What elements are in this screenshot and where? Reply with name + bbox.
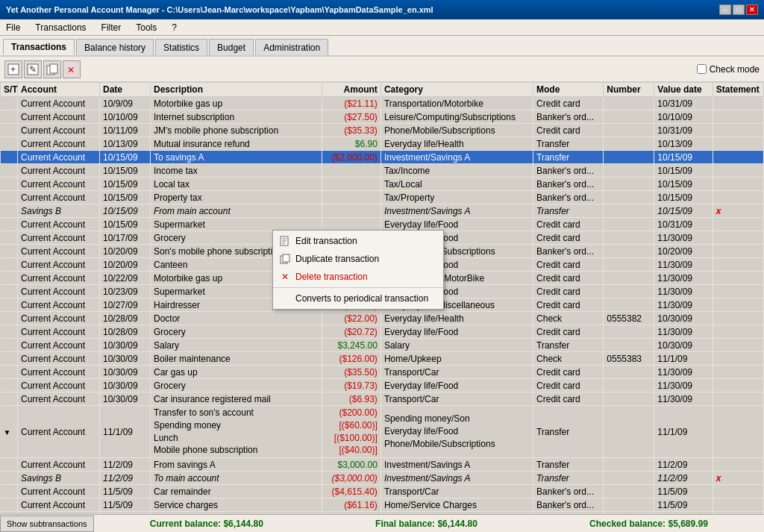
table-row[interactable]: Current Account 10/30/09 Salary $3,245.0… — [1, 339, 764, 352]
cell-statement — [713, 339, 763, 352]
status-balance-area: Current balance: $6,144.80 Final balance… — [94, 519, 764, 529]
table-row[interactable]: Current Account 10/30/09 Boiler maintena… — [1, 352, 764, 366]
new-transaction-button[interactable]: + — [4, 60, 22, 78]
table-row[interactable]: Current Account 10/30/09 Car gas up ($35… — [1, 366, 764, 379]
cell-valdate: 10/20/09 — [654, 245, 713, 258]
table-row[interactable]: Current Account 10/13/09 Mutual insuranc… — [1, 137, 764, 151]
table-row[interactable]: Current Account 11/5/09 Car remainder ($… — [1, 485, 764, 498]
table-row[interactable]: Current Account 10/9/09 Motorbike gas up… — [1, 97, 764, 110]
cell-st — [1, 218, 18, 231]
checked-balance-value: Checked balance: $5,689.99 — [589, 519, 708, 529]
cell-statement — [713, 110, 763, 124]
table-row[interactable]: Current Account 10/15/09 Income tax Tax/… — [1, 164, 764, 178]
menu-tools[interactable]: Tools — [133, 21, 160, 34]
duplicate-icon — [279, 253, 291, 265]
cell-valdate: 10/15/09 — [654, 151, 713, 164]
cell-account: Current Account — [18, 151, 100, 164]
table-row[interactable]: Current Account 11/2/09 From savings A $… — [1, 458, 764, 472]
cell-st — [1, 458, 18, 472]
cell-mode: Transfer — [533, 339, 604, 352]
maximize-button[interactable]: □ — [733, 4, 745, 15]
cell-statement — [713, 137, 763, 151]
table-row[interactable]: Current Account 10/11/09 JM's mobile pho… — [1, 124, 764, 137]
table-row[interactable]: Current Account 10/28/09 Grocery ($20.72… — [1, 325, 764, 339]
table-row[interactable]: Current Account 10/15/09 To savings A ($… — [1, 151, 764, 164]
tab-statistics[interactable]: Statistics — [155, 39, 207, 55]
table-row[interactable]: Current Account 10/15/09 Supermarket Eve… — [1, 218, 764, 231]
cell-account: Current Account — [18, 231, 100, 245]
table-row[interactable]: Current Account 10/15/09 Property tax Ta… — [1, 191, 764, 204]
cell-amount: ($20.72) — [322, 325, 381, 339]
cell-statement — [713, 352, 763, 366]
menu-filter[interactable]: Filter — [98, 21, 125, 34]
cell-mode: Credit card — [533, 392, 604, 406]
cell-account: Current Account — [18, 258, 100, 272]
cell-valdate: 11/1/09 — [654, 406, 713, 458]
cell-account: Current Account — [18, 285, 100, 298]
table-row[interactable]: Savings B 10/15/09 From main account Inv… — [1, 204, 764, 218]
current-balance-value: Current balance: $6,144.80 — [150, 519, 263, 529]
cell-statement — [713, 218, 763, 231]
cell-mode: Credit card — [533, 298, 604, 312]
cell-amount — [322, 204, 381, 218]
cell-amount: ($61.16) — [322, 498, 381, 512]
toolbar: + ✎ ✕ Check mode — [0, 57, 764, 82]
cell-date: 10/17/09 — [99, 231, 150, 245]
check-mode-checkbox[interactable] — [697, 64, 707, 74]
cell-statement — [713, 272, 763, 285]
table-row[interactable]: Current Account 10/30/09 Grocery ($19.73… — [1, 379, 764, 392]
cell-mode: Banker's ord... — [533, 245, 604, 258]
table-row[interactable]: Current Account 10/10/09 Internet subscr… — [1, 110, 764, 124]
context-menu-duplicate[interactable]: Duplicate transaction — [273, 250, 443, 268]
cell-number — [604, 231, 654, 245]
title-bar-text: Yet Another Personal Account Manager - C… — [6, 5, 433, 14]
tab-transactions[interactable]: Transactions — [3, 39, 75, 55]
cell-st — [1, 312, 18, 325]
close-button[interactable]: ✕ — [746, 4, 758, 15]
menu-transactions[interactable]: Transactions — [32, 21, 89, 34]
cell-mode: Banker's ord... — [533, 178, 604, 191]
table-row[interactable]: Current Account 10/28/09 Doctor ($22.00)… — [1, 312, 764, 325]
cell-account: Current Account — [18, 298, 100, 312]
context-menu-edit[interactable]: Edit transaction — [273, 232, 443, 250]
cell-date: 10/10/09 — [99, 110, 150, 124]
cell-valdate: 11/5/09 — [654, 485, 713, 498]
current-balance: Current balance: $6,144.80 — [150, 519, 263, 529]
header-account: Account — [18, 83, 100, 97]
cell-statement — [713, 498, 763, 512]
cell-number — [604, 124, 654, 137]
table-row[interactable]: ▼ Current Account 11/1/09 Transfer to so… — [1, 406, 764, 458]
cell-st — [1, 325, 18, 339]
cell-mode: Credit card — [533, 366, 604, 379]
check-mode-label: Check mode — [710, 64, 760, 75]
cell-desc: Car insurance registered mail — [151, 392, 322, 406]
table-row[interactable]: Current Account 10/15/09 Local tax Tax/L… — [1, 178, 764, 191]
table-row[interactable]: Current Account 10/30/09 Car insurance r… — [1, 392, 764, 406]
cell-mode: Credit card — [533, 285, 604, 298]
header-description: Description — [151, 83, 322, 97]
cell-date: 10/22/09 — [99, 272, 150, 285]
menu-help[interactable]: ? — [169, 21, 180, 34]
edit-transaction-button[interactable]: ✎ — [24, 60, 42, 78]
duplicate-transaction-button[interactable] — [43, 60, 61, 78]
tab-administration[interactable]: Administration — [255, 39, 328, 55]
cell-valdate: 10/15/09 — [654, 204, 713, 218]
cell-number — [604, 458, 654, 472]
cell-statement — [713, 285, 763, 298]
tab-budget[interactable]: Budget — [209, 39, 254, 55]
cell-statement — [713, 245, 763, 258]
context-menu-delete[interactable]: ✕ Delete transaction — [273, 268, 443, 286]
context-menu-convert[interactable]: Converts to periodical transaction — [273, 290, 443, 307]
cell-category: Tax/Income — [381, 164, 533, 178]
show-subtransactions-button[interactable]: Show subtransactions — [0, 516, 94, 532]
transactions-table-container[interactable]: S/T Account Date Description Amount Cate… — [0, 82, 764, 514]
minimize-button[interactable]: ─ — [719, 4, 731, 15]
context-duplicate-label: Duplicate transaction — [295, 254, 379, 264]
menu-file[interactable]: File — [3, 21, 23, 34]
table-row[interactable]: Savings B 11/2/09 To main account ($3,00… — [1, 472, 764, 485]
cell-st — [1, 258, 18, 272]
cell-number — [604, 298, 654, 312]
tab-balance-history[interactable]: Balance history — [76, 39, 154, 55]
delete-transaction-button[interactable]: ✕ — [63, 60, 81, 78]
table-row[interactable]: Current Account 11/5/09 Service charges … — [1, 498, 764, 512]
